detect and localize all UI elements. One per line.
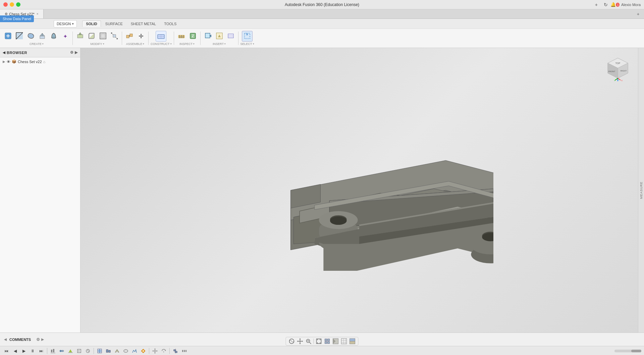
svg-marker-96 — [302, 341, 303, 342]
inspect-btn2[interactable]: Z — [187, 31, 198, 42]
pause-button[interactable]: ⏸ — [29, 347, 36, 355]
scale-button[interactable] — [109, 31, 120, 42]
browser-settings-icon[interactable]: ⚙ — [70, 50, 73, 55]
move-tool[interactable] — [151, 347, 159, 355]
create-label[interactable]: CREATE ▾ — [30, 42, 44, 46]
goto-start-button[interactable]: ⏮ — [3, 347, 10, 355]
extrude-button[interactable] — [37, 31, 48, 42]
modify-label[interactable]: MODIFY ▾ — [91, 42, 104, 46]
tab-tools[interactable]: TOOLS — [160, 20, 180, 27]
comments-expand-icon[interactable]: ▶ — [41, 338, 44, 341]
inspect-btn1[interactable] — [176, 31, 187, 42]
grid-button[interactable] — [340, 338, 348, 345]
insert-btn3[interactable] — [225, 31, 236, 42]
revolve-icon — [50, 32, 58, 41]
close-button[interactable] — [3, 2, 8, 7]
tab-actions: ＋ — [632, 9, 644, 18]
inspect-label[interactable]: INSPECT ▾ — [179, 42, 195, 46]
add-tab-button[interactable]: + — [593, 1, 600, 8]
comments-settings-icon[interactable]: ⚙ — [36, 337, 40, 342]
zoom-button[interactable] — [305, 338, 312, 345]
assemble-group: ✛ ASSEMBLE ▾ — [124, 31, 146, 46]
browser-collapse-icon[interactable]: ◀ — [3, 51, 5, 54]
assemble-btn1[interactable] — [124, 31, 135, 42]
comments-collapse-icon[interactable]: ◀ — [4, 338, 7, 341]
svg-rect-9 — [40, 36, 45, 39]
insert-btn2[interactable] — [214, 31, 225, 42]
timeline-btn3[interactable] — [67, 347, 74, 355]
timeline-btn1[interactable] — [49, 347, 57, 355]
maximize-button[interactable] — [16, 2, 20, 7]
pan-button[interactable] — [297, 338, 304, 345]
svg-rect-23 — [130, 34, 132, 37]
tab-surface[interactable]: SURFACE — [102, 20, 126, 27]
select-label[interactable]: SELECT ▾ — [240, 42, 254, 46]
timeline-btn2[interactable] — [58, 347, 65, 355]
fit-button[interactable] — [315, 338, 323, 345]
svg-marker-146 — [154, 353, 156, 354]
bottom-center-toolbar — [286, 337, 359, 346]
bottom-scrollbar[interactable] — [614, 350, 641, 352]
rotate-tool[interactable] — [160, 347, 167, 355]
tab-sheet-metal[interactable]: SHEET METAL — [127, 20, 160, 27]
refresh-button[interactable]: ↻ — [602, 1, 609, 8]
minimize-button[interactable] — [10, 2, 14, 7]
browser-expand-icon[interactable]: ▶ — [75, 50, 77, 55]
browser-content: ▶ 👁 📦 Chess Set v22 ⌂ — [0, 57, 80, 66]
distribute-tool[interactable] — [180, 347, 188, 355]
show-data-panel-button[interactable]: Show Data Panel — [0, 15, 34, 22]
svg-rect-109 — [328, 342, 330, 344]
svg-line-19 — [116, 37, 117, 39]
timeline-btn5[interactable] — [84, 347, 92, 355]
assemble-dropdown-arrow: ▾ — [143, 43, 144, 45]
select-btn1[interactable] — [242, 31, 253, 42]
app-title: Autodesk Fusion 360 (Education License) — [285, 2, 359, 7]
svg-rect-106 — [325, 339, 327, 341]
insert-btn1[interactable] — [203, 31, 213, 42]
select-icons — [242, 31, 253, 42]
3d-viewport[interactable]: TOP RIGHT FRONT Z X Y — [80, 48, 638, 333]
create-more-button[interactable]: ✦ — [60, 31, 70, 42]
extrude-icon — [38, 32, 46, 41]
sketch-tool-3[interactable] — [113, 347, 121, 355]
view-options-button[interactable] — [324, 338, 331, 345]
view-cube[interactable]: TOP RIGHT FRONT Z X Y — [604, 55, 631, 82]
notifications-button[interactable]: 🔔 1 — [612, 1, 619, 8]
assemble-btn2[interactable]: ✛ — [136, 31, 146, 42]
assemble-label[interactable]: ASSEMBLE ▾ — [126, 42, 145, 46]
construct-label[interactable]: CONSTRUCT ▾ — [151, 42, 172, 46]
construct-btn1[interactable] — [156, 31, 166, 42]
step-back-button[interactable]: ◀ — [11, 347, 19, 355]
play-button[interactable]: ▶ — [20, 347, 28, 355]
add-keyframe-button[interactable] — [140, 347, 147, 355]
modify-btn3[interactable] — [98, 31, 108, 42]
modify-btn2[interactable] — [86, 31, 97, 42]
tab-close-button[interactable]: × — [37, 12, 39, 16]
form-button[interactable] — [25, 31, 36, 42]
sketch-button[interactable] — [14, 31, 25, 42]
orbit-button[interactable] — [288, 338, 296, 345]
insert-derive-icon — [204, 32, 212, 41]
environment-button[interactable] — [349, 338, 356, 345]
modify-btn1[interactable] — [75, 31, 86, 42]
tabbar: ⚙ Chess Set v22* × ＋ — [0, 9, 644, 19]
design-dropdown[interactable]: DESIGN ▾ — [54, 20, 77, 28]
new-component-button[interactable] — [3, 31, 13, 42]
sketch-tool-5[interactable] — [131, 347, 138, 355]
revolve-button[interactable] — [48, 31, 59, 42]
insert-label[interactable]: INSERT ▾ — [213, 42, 226, 46]
modify-text: MODIFY — [91, 42, 102, 46]
tab-solid[interactable]: SOLID — [82, 20, 101, 27]
scale-icon — [110, 32, 118, 41]
sketch-tool-2[interactable] — [105, 347, 112, 355]
browser-project-item[interactable]: ▶ 👁 📦 Chess Set v22 ⌂ — [3, 59, 77, 64]
visual-style-button[interactable] — [332, 338, 339, 345]
sketch-tool-4[interactable] — [122, 347, 129, 355]
sketch-tool-1[interactable] — [96, 347, 103, 355]
measure-panel[interactable]: MEASURE — [638, 48, 644, 333]
goto-end-button[interactable]: ⏭ — [38, 347, 45, 355]
align-tool[interactable] — [172, 347, 179, 355]
new-tab-button[interactable]: ＋ — [635, 11, 641, 17]
user-name[interactable]: Alexio Mora — [621, 3, 641, 7]
timeline-btn4[interactable] — [75, 347, 83, 355]
